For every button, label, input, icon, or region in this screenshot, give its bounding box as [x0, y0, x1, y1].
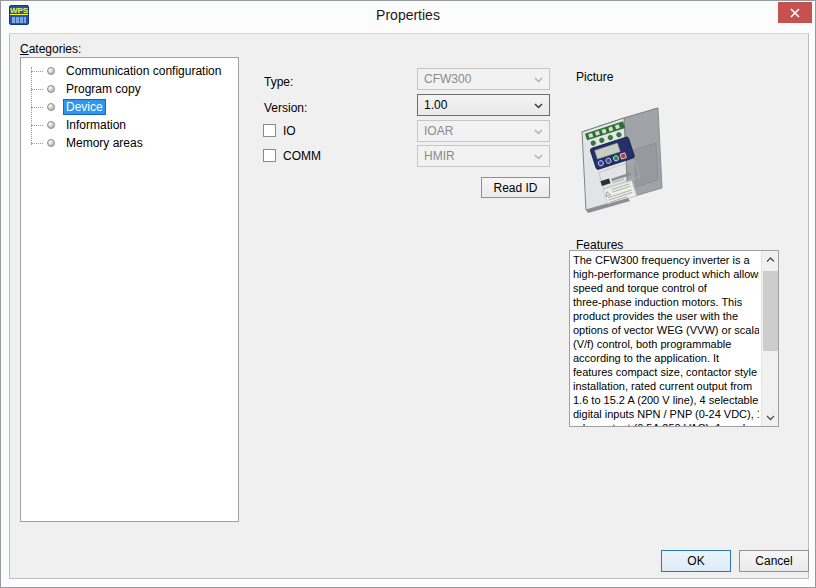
scroll-up-icon[interactable]	[762, 251, 779, 268]
comm-dropdown-value: HMIR	[424, 149, 455, 163]
tree-item-label: Memory areas	[63, 135, 146, 151]
categories-label: Categories:	[20, 42, 81, 56]
device-picture-cfw300	[572, 88, 682, 214]
comm-label: COMM	[283, 149, 321, 163]
io-checkbox[interactable]	[263, 124, 276, 137]
properties-dialog: WPS Properties Categories: Communication…	[0, 0, 816, 588]
version-dropdown[interactable]: 1.00	[417, 94, 550, 116]
tree-item-label-selected: Device	[63, 99, 106, 115]
scrollbar-thumb[interactable]	[763, 271, 778, 351]
tree-node-icon	[47, 103, 55, 111]
close-icon	[790, 8, 800, 18]
chevron-down-icon	[534, 77, 543, 83]
version-label: Version:	[264, 101, 307, 115]
window-title: Properties	[1, 7, 815, 23]
chevron-down-icon	[534, 103, 543, 109]
tree-item-label: Program copy	[63, 81, 144, 97]
features-text: The CFW300 frequency inverter is a high-…	[573, 253, 759, 427]
features-textbox[interactable]: The CFW300 frequency inverter is a high-…	[569, 250, 779, 427]
tree-node-icon	[47, 121, 55, 129]
comm-checkbox[interactable]	[263, 149, 276, 162]
tree-item-program-copy[interactable]: Program copy	[21, 80, 238, 98]
close-button[interactable]	[778, 2, 812, 23]
tree-connector-line	[31, 67, 32, 145]
tree-item-communication-configuration[interactable]: Communication configuration	[21, 62, 238, 80]
tree-item-memory-areas[interactable]: Memory areas	[21, 134, 238, 152]
tree-node-icon	[47, 139, 55, 147]
type-dropdown[interactable]: CFW300	[417, 68, 550, 90]
type-label: Type:	[264, 75, 293, 89]
read-id-button[interactable]: Read ID	[481, 177, 550, 198]
cancel-button[interactable]: Cancel	[739, 550, 809, 572]
io-dropdown[interactable]: IOAR	[417, 120, 550, 142]
tree-item-label: Information	[63, 117, 129, 133]
tree-node-icon	[47, 85, 55, 93]
comm-dropdown[interactable]: HMIR	[417, 145, 550, 167]
ok-button[interactable]: OK	[661, 550, 731, 572]
chevron-down-icon	[534, 129, 543, 135]
title-bar: WPS Properties	[1, 1, 815, 33]
tree-item-information[interactable]: Information	[21, 116, 238, 134]
tree-item-device[interactable]: Device	[21, 98, 238, 116]
categories-tree: Communication configuration Program copy…	[20, 57, 239, 522]
features-scrollbar[interactable]	[761, 251, 778, 426]
io-label: IO	[283, 124, 296, 138]
scroll-down-icon[interactable]	[762, 409, 779, 426]
tree-node-icon	[47, 67, 55, 75]
tree-item-label: Communication configuration	[63, 63, 224, 79]
type-dropdown-value: CFW300	[424, 72, 471, 86]
io-dropdown-value: IOAR	[424, 124, 453, 138]
dialog-body-panel: Categories: Communication configuration …	[9, 33, 809, 579]
picture-label: Picture	[576, 70, 613, 84]
version-dropdown-value: 1.00	[424, 98, 447, 112]
chevron-down-icon	[534, 154, 543, 160]
